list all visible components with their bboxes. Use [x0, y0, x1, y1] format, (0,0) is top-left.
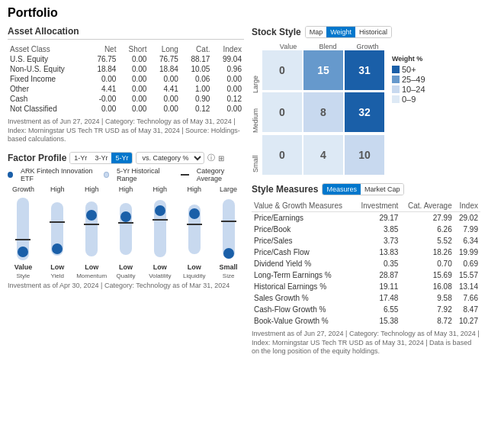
asset-cat: 88.17: [181, 54, 213, 64]
factor-chart-volatility: [149, 195, 171, 263]
measures-tab-measures[interactable]: Measures: [323, 184, 361, 195]
factor-top-size: Large: [213, 185, 244, 193]
asset-allocation-section: Asset Allocation Asset Class Net Short L…: [8, 26, 244, 144]
legend-box-50: [392, 66, 400, 73]
factor-label-style: Style: [8, 272, 39, 279]
factor-col-liquidity: [178, 195, 210, 263]
legend-range-label: 5-Yr Historical Range: [117, 167, 173, 182]
measure-index: 29.02: [454, 212, 480, 224]
col-header-value: Value: [268, 43, 308, 50]
factor-dot-quality: [120, 211, 131, 222]
factor-label-yield: Yield: [42, 272, 73, 279]
asset-table-row: Cash -0.00 0.00 0.00 0.90 0.12: [8, 94, 244, 104]
asset-table-row: Fixed Income 0.00 0.00 0.00 0.06 0.00: [8, 74, 244, 84]
factor-chart-yield: [47, 195, 68, 263]
factor-share-icon[interactable]: ⊞: [218, 154, 224, 163]
stock-style-tab-map[interactable]: Map: [306, 27, 327, 37]
factor-tab-5yr[interactable]: 5-Yr: [111, 153, 132, 163]
asset-net: 76.75: [87, 54, 119, 64]
row-label-medium: Medium: [252, 93, 259, 133]
measures-col-measure: Value & Growth Measures: [252, 200, 355, 212]
page-title: Portfolio: [8, 6, 480, 20]
stock-style-tab-weight[interactable]: Weight: [326, 27, 355, 37]
asset-short: 0.00: [118, 54, 149, 64]
factor-chart-momentum: [81, 195, 102, 263]
measures-table-row: Price/Sales 3.73 5.52 6.34: [252, 235, 480, 247]
factor-tab-1yr[interactable]: 1-Yr: [70, 153, 91, 163]
measure-investment: 0.35: [355, 258, 401, 269]
legend-fund-dot: [8, 172, 13, 178]
asset-long: 4.41: [149, 84, 181, 94]
measure-cat-avg: 0.70: [400, 258, 454, 269]
measures-table-row: Price/Book 3.85 6.26 7.99: [252, 224, 480, 235]
asset-cat: 10.05: [181, 64, 213, 74]
col-header-growth: Growth: [348, 43, 387, 50]
asset-short: 0.00: [118, 84, 149, 94]
style-grid: 0 15 31 0 8 32 0 4 10: [262, 50, 384, 176]
measures-tab-group: Measures Market Cap: [322, 183, 404, 195]
factor-catline-volatility: [152, 219, 168, 221]
asset-index: 0.00: [212, 74, 244, 84]
factor-bot-yield: Low: [42, 263, 73, 271]
legend-cat-label: Category Average: [197, 167, 244, 182]
measures-tab-marketcap[interactable]: Market Cap: [361, 184, 404, 195]
legend-box-10: [392, 85, 400, 93]
measure-name: Historical Earnings %: [252, 281, 355, 292]
row-label-small: Small: [252, 133, 259, 172]
factor-dot-volatility: [155, 205, 165, 216]
col-header-cat: Cat.: [181, 44, 213, 54]
legend-range-dot: [104, 172, 109, 178]
factor-chart-style: [12, 195, 34, 263]
factor-col-yield: [42, 195, 73, 263]
col-header-blend: Blend: [308, 43, 348, 50]
measure-cat-avg: 5.52: [400, 235, 454, 247]
factor-chart-size: [218, 195, 239, 263]
factor-top-yield: High: [42, 185, 73, 193]
measure-investment: 13.83: [355, 247, 401, 258]
asset-short: 0.00: [118, 104, 149, 114]
factor-legend: ARK Fintech Innovation ETF 5-Yr Historic…: [8, 167, 244, 182]
style-grid-wrapper: Value Blend Growth Large Medium Small: [252, 43, 480, 176]
page-container: Portfolio Asset Allocation Asset Class N…: [0, 0, 488, 363]
legend-label-0: 0–9: [402, 95, 416, 104]
legend-label-25: 25–49: [402, 75, 425, 84]
measures-note: Investment as of Jun 27, 2024 | Category…: [252, 330, 480, 356]
asset-cat: 1.00: [181, 84, 213, 94]
measure-index: 0.69: [454, 258, 480, 269]
asset-short: 0.00: [118, 74, 149, 84]
factor-catline-size: [221, 221, 236, 222]
legend-label-10: 10–24: [402, 85, 425, 94]
measure-name: Cash-Flow Growth %: [252, 304, 355, 315]
measure-investment: 3.73: [355, 235, 401, 247]
grid-cell-small-growth: 10: [345, 135, 384, 175]
measure-index: 8.47: [454, 304, 480, 315]
factor-bot-size: Small: [213, 263, 244, 271]
measure-investment: 15.38: [355, 315, 401, 327]
factor-info-icon[interactable]: ⓘ: [207, 153, 215, 163]
grid-cell-small-value: 0: [262, 135, 302, 175]
measure-investment: 3.85: [355, 224, 401, 235]
legend-item-0: 0–9: [392, 95, 425, 104]
measure-cat-avg: 16.08: [400, 281, 454, 292]
asset-class: Not Classified: [8, 104, 87, 114]
asset-short: 0.00: [118, 94, 149, 104]
stock-style-tab-historical[interactable]: Historical: [355, 27, 391, 37]
factor-dot-size: [223, 248, 234, 259]
factor-vs-select[interactable]: vs. Category %: [136, 152, 204, 164]
measure-name: Price/Earnings: [252, 212, 355, 224]
measures-table-row: Long-Term Earnings % 28.87 15.69 15.57: [252, 269, 480, 281]
style-legend: Weight % 50+ 25–49 10–24: [392, 55, 425, 176]
measure-investment: 29.17: [355, 212, 401, 224]
asset-cat: 0.06: [181, 74, 213, 84]
measures-table-row: Historical Earnings % 19.11 16.08 13.14: [252, 281, 480, 292]
legend-fund-label: ARK Fintech Innovation ETF: [21, 167, 96, 182]
legend-cat-line: [181, 174, 188, 176]
factor-tab-3yr[interactable]: 3-Yr: [91, 153, 111, 163]
factor-charts-row: [8, 195, 244, 263]
grid-cell-small-blend: 4: [303, 135, 343, 175]
grid-cell-med-blend: 8: [303, 92, 343, 132]
measure-investment: 19.11: [355, 281, 401, 292]
measures-table-row: Price/Cash Flow 13.83 18.26 19.99: [252, 247, 480, 258]
measure-cat-avg: 8.72: [400, 315, 454, 327]
asset-index: 0.00: [212, 84, 244, 94]
